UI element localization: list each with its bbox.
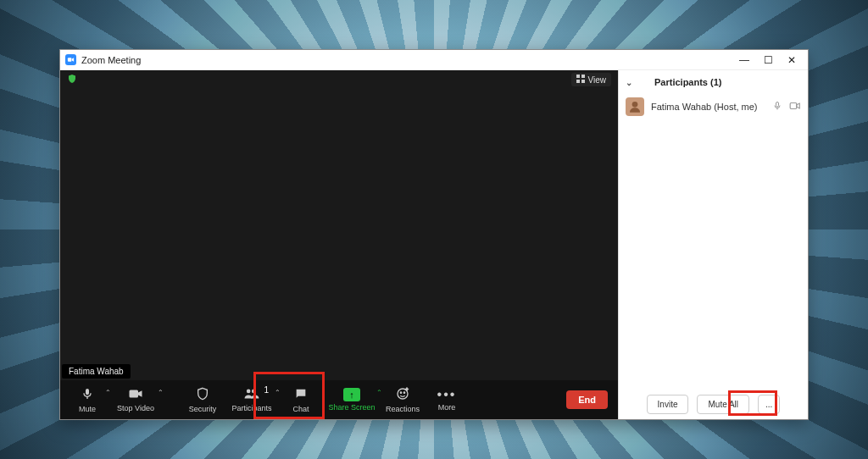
- participant-name-overlay: Fatima Wahab: [62, 364, 131, 379]
- mute-all-button[interactable]: Mute All: [697, 395, 749, 414]
- zoom-app-icon: [65, 54, 76, 65]
- invite-button[interactable]: Invite: [647, 395, 689, 414]
- video-canvas: [60, 89, 618, 380]
- reactions-icon: +: [396, 387, 409, 403]
- mute-button[interactable]: Mute ⌃: [65, 380, 109, 419]
- svg-text:+: +: [405, 387, 409, 391]
- more-label: More: [438, 403, 456, 412]
- people-icon: [243, 388, 260, 402]
- security-label: Security: [189, 405, 217, 413]
- video-area: View Fatima Wahab Mute ⌃ Stop: [60, 70, 618, 419]
- avatar: [626, 97, 644, 116]
- svg-point-6: [247, 389, 251, 393]
- mute-label: Mute: [79, 405, 96, 413]
- svg-rect-5: [130, 390, 139, 397]
- participants-panel: ⌄ Participants (1) Fatima Wahab (Host, m…: [618, 70, 808, 419]
- participants-count: 1: [264, 385, 269, 395]
- view-label: View: [588, 75, 607, 85]
- svg-rect-3: [576, 80, 580, 83]
- encryption-shield-icon[interactable]: [67, 74, 77, 86]
- meeting-toolbar: Mute ⌃ Stop Video ⌃ Security: [60, 380, 618, 419]
- close-button[interactable]: ✕: [786, 54, 798, 66]
- svg-rect-4: [581, 80, 585, 83]
- participants-footer: Invite Mute All ...: [619, 389, 808, 419]
- more-button[interactable]: ••• More: [425, 380, 469, 419]
- participant-row[interactable]: Fatima Wahab (Host, me): [619, 94, 808, 119]
- svg-point-9: [400, 392, 401, 393]
- minimize-button[interactable]: —: [738, 54, 750, 66]
- video-status-icon[interactable]: [789, 101, 801, 113]
- grid-icon: [576, 75, 585, 85]
- end-button[interactable]: End: [566, 390, 608, 409]
- more-icon: •••: [437, 388, 457, 401]
- stop-video-label: Stop Video: [117, 404, 154, 412]
- share-label: Share Screen: [328, 403, 375, 412]
- participant-name: Fatima Wahab (Host, me): [651, 102, 758, 112]
- svg-point-7: [252, 389, 256, 393]
- chat-icon: [294, 387, 308, 403]
- mic-status-icon[interactable]: [772, 101, 782, 113]
- svg-rect-14: [790, 102, 797, 108]
- collapse-panel-chevron-icon[interactable]: ⌄: [626, 78, 632, 87]
- window-title: Zoom Meeting: [81, 55, 141, 65]
- svg-point-10: [403, 392, 404, 393]
- svg-rect-2: [581, 75, 585, 78]
- svg-rect-13: [776, 102, 779, 107]
- chevron-up-icon[interactable]: ⌃: [158, 389, 164, 396]
- share-screen-button[interactable]: ↑ Share Screen ⌃: [323, 380, 381, 419]
- participants-label: Participants: [231, 404, 271, 412]
- window-controls: — ☐ ✕: [738, 54, 803, 66]
- svg-point-12: [632, 102, 638, 108]
- security-button[interactable]: Security: [181, 380, 225, 419]
- maximize-button[interactable]: ☐: [762, 54, 774, 66]
- reactions-button[interactable]: + Reactions: [381, 380, 425, 419]
- participants-header: Participants (1): [654, 77, 721, 87]
- shield-icon: [196, 387, 209, 403]
- zoom-meeting-window: Zoom Meeting — ☐ ✕ View Fatima Wahab: [59, 49, 809, 420]
- camera-icon: [128, 388, 143, 402]
- participants-more-button[interactable]: ...: [758, 395, 780, 414]
- stop-video-button[interactable]: Stop Video ⌃: [109, 380, 162, 419]
- microphone-icon: [81, 387, 94, 403]
- share-screen-icon: ↑: [343, 388, 360, 401]
- svg-rect-0: [68, 58, 72, 62]
- view-button[interactable]: View: [571, 73, 612, 86]
- chat-button[interactable]: Chat: [279, 380, 323, 419]
- participants-button[interactable]: 1 Participants ⌃: [225, 380, 279, 419]
- titlebar: Zoom Meeting — ☐ ✕: [60, 50, 808, 70]
- chat-label: Chat: [292, 405, 309, 413]
- svg-rect-1: [576, 75, 580, 78]
- reactions-label: Reactions: [386, 405, 420, 413]
